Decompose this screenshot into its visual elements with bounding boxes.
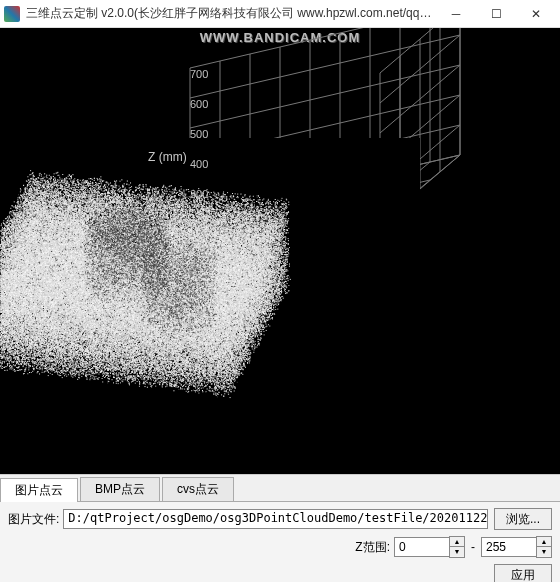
- file-label: 图片文件:: [8, 511, 59, 528]
- tab-image-pointcloud[interactable]: 图片点云: [0, 478, 78, 502]
- tick: 700: [190, 68, 208, 80]
- panel: 图片文件: D:/qtProject/osgDemo/osg3DPointClo…: [0, 501, 560, 582]
- dash: -: [471, 540, 475, 554]
- tick: 300: [190, 188, 208, 200]
- app-icon: [4, 6, 20, 22]
- tick: 400: [190, 158, 208, 170]
- z-lo-input[interactable]: [394, 537, 449, 557]
- maximize-button[interactable]: ☐: [476, 0, 516, 28]
- spin-up-icon[interactable]: ▲: [450, 537, 464, 547]
- apply-button[interactable]: 应用: [494, 564, 552, 582]
- z-hi-spinner[interactable]: ▲▼: [481, 536, 552, 558]
- spin-up-icon[interactable]: ▲: [537, 537, 551, 547]
- axis-z-label: Z (mm): [148, 150, 187, 164]
- tick: 600: [190, 98, 208, 110]
- spin-down-icon[interactable]: ▼: [450, 547, 464, 556]
- close-button[interactable]: ✕: [516, 0, 556, 28]
- window-title: 三维点云定制 v2.0.0(长沙红胖子网络科技有限公司 www.hpzwl.co…: [26, 5, 436, 22]
- z-hi-input[interactable]: [481, 537, 536, 557]
- viewport-3d[interactable]: WWW.BANDICAM.COM Z (mm) 700 600 500 400 …: [0, 28, 560, 474]
- point-cloud: [0, 138, 420, 458]
- z-lo-spinner[interactable]: ▲▼: [394, 536, 465, 558]
- zrange-label: Z范围:: [355, 539, 390, 556]
- file-path-input[interactable]: D:/qtProject/osgDemo/osg3DPointCloudDemo…: [63, 509, 488, 529]
- browse-button[interactable]: 浏览...: [494, 508, 552, 530]
- titlebar: 三维点云定制 v2.0.0(长沙红胖子网络科技有限公司 www.hpzwl.co…: [0, 0, 560, 28]
- minimize-button[interactable]: ─: [436, 0, 476, 28]
- tick: 500: [190, 128, 208, 140]
- spin-down-icon[interactable]: ▼: [537, 547, 551, 556]
- tab-bar: 图片点云 BMP点云 cvs点云: [0, 474, 560, 501]
- tab-cvs-pointcloud[interactable]: cvs点云: [162, 477, 234, 501]
- tab-bmp-pointcloud[interactable]: BMP点云: [80, 477, 160, 501]
